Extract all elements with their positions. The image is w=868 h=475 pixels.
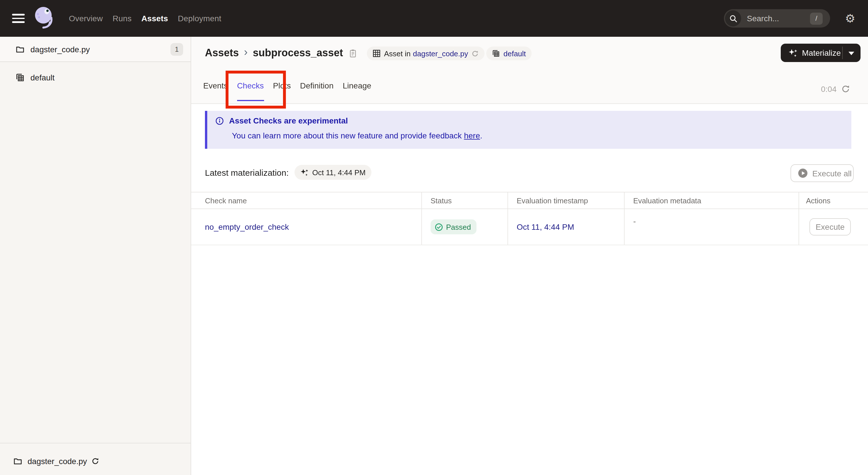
slash-shortcut-badge: /	[810, 12, 823, 24]
table-row: no_empty_order_check Passed Oct 11, 4:44…	[191, 209, 868, 245]
materialize-button[interactable]: Materialize	[781, 43, 861, 62]
hamburger-icon	[12, 14, 26, 15]
nav-overview[interactable]: Overview	[69, 14, 103, 23]
topbar: Overview Runs Assets Deployment / ⚙	[0, 0, 868, 37]
primary-nav: Overview Runs Assets Deployment	[69, 0, 221, 37]
asset-grid-icon	[373, 50, 381, 57]
latest-materialization: Latest materialization: Oct 11, 4:44 PM	[205, 165, 371, 180]
execute-all-label: Execute all	[812, 169, 851, 178]
sidebar-footer-divider	[0, 443, 191, 443]
sparkles-icon	[300, 168, 309, 177]
refresh-page-button[interactable]	[841, 84, 850, 94]
banner-body-suffix: .	[480, 131, 482, 140]
sidebar-footer-code-location[interactable]: dagster_code.py	[0, 451, 191, 471]
asset-chip-code-location-link[interactable]: dagster_code.py	[413, 49, 468, 58]
play-circle-icon	[798, 168, 808, 178]
sidebar-code-location[interactable]: dagster_code.py 1	[0, 37, 191, 62]
tab-events[interactable]: Events	[203, 81, 228, 102]
asset-count-badge: 1	[170, 43, 183, 56]
search-box[interactable]: /	[724, 9, 830, 28]
nav-deployment[interactable]: Deployment	[178, 14, 221, 23]
asset-definition-chip[interactable]: Asset in dagster_code.py	[367, 47, 485, 60]
breadcrumb: Assets › subprocess_asset	[205, 46, 358, 60]
caret-down-icon	[848, 52, 854, 55]
reload-definition-button[interactable]	[472, 50, 479, 57]
search-icon	[725, 10, 741, 26]
refresh-icon	[472, 50, 479, 57]
info-icon	[215, 116, 224, 125]
check-name-link[interactable]: no_empty_order_check	[205, 222, 289, 232]
refresh-timer: 0:04	[821, 84, 850, 94]
execute-check-button[interactable]: Execute	[809, 218, 851, 236]
breadcrumb-separator: ›	[244, 46, 248, 59]
tab-lineage[interactable]: Lineage	[343, 81, 371, 102]
nav-runs[interactable]: Runs	[113, 14, 131, 23]
timer-value: 0:04	[821, 84, 837, 94]
col-check-name: Check name	[191, 192, 422, 208]
search-input[interactable]	[746, 13, 805, 24]
refresh-icon	[91, 457, 99, 465]
col-evaluation-timestamp: Evaluation timestamp	[508, 192, 625, 208]
latest-materialization-chip[interactable]: Oct 11, 4:44 PM	[294, 165, 371, 180]
sidebar: dagster_code.py 1 default dagster_code.p…	[0, 37, 191, 475]
copy-asset-name-button[interactable]	[349, 49, 358, 58]
latest-materialization-time: Oct 11, 4:44 PM	[312, 168, 366, 177]
page-title: subprocess_asset	[253, 47, 343, 59]
footer-code-location-label: dagster_code.py	[28, 456, 87, 466]
asset-tabs: Events Checks Plots Definition Lineage	[203, 81, 371, 102]
banner-body: You can learn more about this new featur…	[232, 131, 482, 140]
nav-assets[interactable]: Assets	[142, 14, 168, 23]
tab-checks[interactable]: Checks	[237, 81, 264, 102]
materialize-dropdown-button[interactable]	[848, 52, 854, 55]
asset-group-icon	[492, 50, 500, 57]
col-actions: Actions	[799, 192, 868, 208]
code-location-label: dagster_code.py	[30, 44, 90, 54]
evaluation-metadata-value: -	[625, 209, 799, 245]
group-chip-link[interactable]: default	[503, 49, 526, 58]
materialize-label: Materialize	[802, 48, 841, 57]
status-badge: Passed	[431, 219, 477, 234]
refresh-icon	[841, 84, 850, 94]
check-circle-icon	[435, 222, 443, 231]
reload-location-button[interactable]	[91, 457, 99, 465]
group-label: default	[30, 73, 55, 82]
checks-table: Check name Status Evaluation timestamp E…	[191, 192, 868, 245]
clipboard-icon	[349, 49, 358, 58]
folder-icon	[16, 44, 25, 54]
dagster-octopus-icon	[34, 6, 56, 30]
table-header-row: Check name Status Evaluation timestamp E…	[191, 192, 868, 209]
sparkles-icon	[788, 48, 798, 58]
tab-plots[interactable]: Plots	[273, 81, 291, 102]
sidebar-item-default-group[interactable]: default	[0, 68, 191, 87]
dagster-logo[interactable]	[34, 6, 56, 30]
button-divider	[842, 47, 843, 59]
experimental-banner: Asset Checks are experimental You can le…	[205, 111, 851, 149]
asset-chip-prefix: Asset in	[384, 49, 411, 58]
breadcrumb-assets-link[interactable]: Assets	[205, 47, 239, 59]
folder-icon	[13, 456, 22, 466]
group-chip[interactable]: default	[486, 47, 532, 60]
latest-materialization-label: Latest materialization:	[205, 168, 289, 177]
status-text: Passed	[446, 222, 471, 231]
feedback-here-link[interactable]: here	[464, 131, 480, 140]
execute-all-button[interactable]: Execute all	[790, 164, 854, 182]
settings-button[interactable]: ⚙	[843, 11, 857, 25]
gear-icon: ⚙	[845, 12, 856, 25]
menu-button[interactable]	[12, 12, 26, 24]
evaluation-timestamp-link[interactable]: Oct 11, 4:44 PM	[517, 222, 574, 232]
col-status: Status	[422, 192, 508, 208]
col-evaluation-metadata: Evaluation metadata	[625, 192, 799, 208]
tab-definition[interactable]: Definition	[300, 81, 334, 102]
banner-title: Asset Checks are experimental	[229, 116, 348, 125]
banner-body-text: You can learn more about this new featur…	[232, 131, 464, 140]
asset-group-icon	[16, 73, 25, 82]
